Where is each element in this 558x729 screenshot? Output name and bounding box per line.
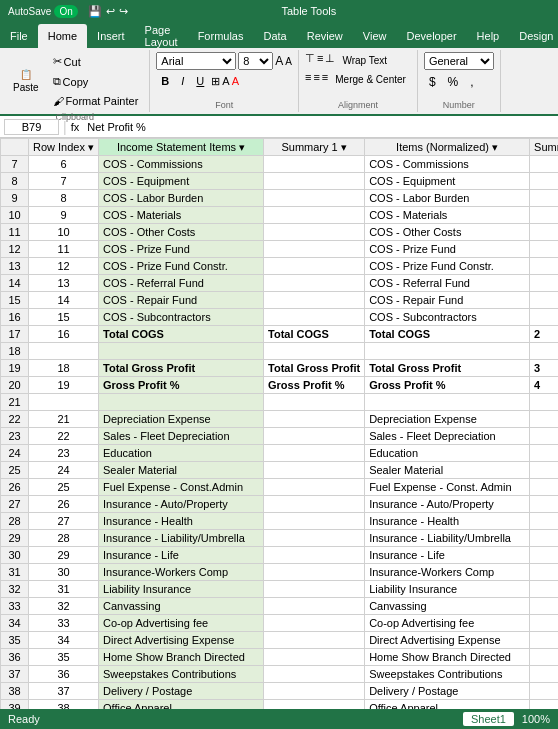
cell-normalized[interactable]: Delivery / Postage (365, 683, 530, 700)
cell-normalized[interactable]: COS - Repair Fund (365, 292, 530, 309)
cell-normalized[interactable]: COS - Equipment (365, 173, 530, 190)
tab-data[interactable]: Data (253, 24, 296, 48)
save-icon[interactable]: 💾 (88, 5, 102, 18)
cell-summary-index[interactable] (530, 547, 558, 564)
align-center-icon[interactable]: ≡ (313, 71, 319, 88)
format-painter-button[interactable]: 🖌 Format Painter (48, 92, 144, 110)
col-header-summary-index[interactable]: Summary Index ▾ (530, 139, 558, 156)
cell-row-index[interactable]: 8 (29, 190, 99, 207)
cell-summary-index[interactable] (530, 258, 558, 275)
col-header-row-index[interactable]: Row Index ▾ (29, 139, 99, 156)
cell-income-item[interactable]: COS - Prize Fund Constr. (99, 258, 264, 275)
cell-income-item[interactable]: Direct Advertising Expense (99, 632, 264, 649)
fill-color-icon[interactable]: A (222, 75, 229, 87)
tab-view[interactable]: View (353, 24, 397, 48)
cell-normalized[interactable] (365, 343, 530, 360)
cell-summary1[interactable] (264, 428, 365, 445)
cell-income-item[interactable]: COS - Commissions (99, 156, 264, 173)
cell-row-index[interactable]: 9 (29, 207, 99, 224)
cell-income-item[interactable]: Delivery / Postage (99, 683, 264, 700)
cell-normalized[interactable]: Education (365, 445, 530, 462)
cell-summary-index[interactable] (530, 683, 558, 700)
cell-row-index[interactable] (29, 394, 99, 411)
cell-normalized[interactable]: Sales - Fleet Depreciation (365, 428, 530, 445)
cell-normalized[interactable]: Total COGS (365, 326, 530, 343)
cell-summary-index[interactable] (530, 666, 558, 683)
cell-summary-index[interactable] (530, 190, 558, 207)
cell-summary1[interactable] (264, 615, 365, 632)
cell-summary1[interactable] (264, 632, 365, 649)
formula-input[interactable] (83, 120, 554, 134)
cell-summary-index[interactable]: 4 (530, 377, 558, 394)
cell-normalized[interactable]: Insurance - Liability/Umbrella (365, 530, 530, 547)
cell-income-item[interactable]: Insurance - Auto/Property (99, 496, 264, 513)
cell-income-item[interactable]: COS - Repair Fund (99, 292, 264, 309)
cell-summary1[interactable] (264, 309, 365, 326)
cell-income-item[interactable] (99, 394, 264, 411)
cell-income-item[interactable]: Depreciation Expense (99, 411, 264, 428)
col-header-normalized[interactable]: Items (Normalized) ▾ (365, 139, 530, 156)
tab-home[interactable]: Home (38, 24, 87, 48)
cell-row-index[interactable]: 37 (29, 683, 99, 700)
cell-income-item[interactable]: COS - Other Costs (99, 224, 264, 241)
cell-summary1[interactable] (264, 683, 365, 700)
col-header-income[interactable]: Income Statement Items ▾ (99, 139, 264, 156)
cell-summary1[interactable] (264, 224, 365, 241)
cell-normalized[interactable]: Liability Insurance (365, 581, 530, 598)
tab-file[interactable]: File (0, 24, 38, 48)
cell-normalized[interactable]: Insurance - Auto/Property (365, 496, 530, 513)
cell-normalized[interactable]: Depreciation Expense (365, 411, 530, 428)
cell-row-index[interactable]: 6 (29, 156, 99, 173)
cell-summary-index[interactable] (530, 513, 558, 530)
tab-review[interactable]: Review (297, 24, 353, 48)
align-left-icon[interactable]: ≡ (305, 71, 311, 88)
cell-normalized[interactable]: Office Apparel (365, 700, 530, 710)
cell-income-item[interactable] (99, 343, 264, 360)
cell-summary1[interactable] (264, 564, 365, 581)
cell-income-item[interactable]: Co-op Advertising fee (99, 615, 264, 632)
cell-row-index[interactable]: 27 (29, 513, 99, 530)
tab-page-layout[interactable]: Page Layout (135, 24, 188, 48)
percent-button[interactable]: % (443, 72, 464, 92)
cell-summary1[interactable] (264, 258, 365, 275)
border-icon[interactable]: ⊞ (211, 75, 220, 88)
cell-normalized[interactable]: Direct Advertising Expense (365, 632, 530, 649)
cell-row-index[interactable]: 32 (29, 598, 99, 615)
cell-summary-index[interactable] (530, 156, 558, 173)
cell-summary1[interactable] (264, 343, 365, 360)
underline-button[interactable]: U (191, 72, 209, 90)
cell-summary1[interactable] (264, 649, 365, 666)
cell-normalized[interactable]: Sealer Material (365, 462, 530, 479)
cell-summary-index[interactable]: 2 (530, 326, 558, 343)
cell-normalized[interactable]: COS - Materials (365, 207, 530, 224)
tab-design[interactable]: Design (509, 24, 558, 48)
cell-normalized[interactable]: Home Show Branch Directed (365, 649, 530, 666)
cell-summary1[interactable] (264, 581, 365, 598)
cell-row-index[interactable]: 34 (29, 632, 99, 649)
cell-normalized[interactable]: COS - Commissions (365, 156, 530, 173)
cell-income-item[interactable]: Fuel Expense - Const.Admin (99, 479, 264, 496)
cell-row-index[interactable] (29, 343, 99, 360)
cell-normalized[interactable]: Sweepstakes Contributions (365, 666, 530, 683)
cell-income-item[interactable]: COS - Subcontractors (99, 309, 264, 326)
cell-income-item[interactable]: COS - Materials (99, 207, 264, 224)
cell-normalized[interactable]: COS - Prize Fund (365, 241, 530, 258)
cell-row-index[interactable]: 15 (29, 309, 99, 326)
tab-formulas[interactable]: Formulas (188, 24, 254, 48)
cell-summary1[interactable] (264, 394, 365, 411)
cell-income-item[interactable]: Liability Insurance (99, 581, 264, 598)
undo-icon[interactable]: ↩ (106, 5, 115, 18)
cell-normalized[interactable]: Fuel Expense - Const. Admin (365, 479, 530, 496)
cell-normalized[interactable] (365, 394, 530, 411)
cell-summary1[interactable] (264, 190, 365, 207)
cell-summary-index[interactable] (530, 564, 558, 581)
cell-summary1[interactable]: Total Gross Profit (264, 360, 365, 377)
cell-summary-index[interactable] (530, 700, 558, 710)
cell-summary-index[interactable] (530, 224, 558, 241)
cell-income-item[interactable]: Office Apparel (99, 700, 264, 710)
comma-button[interactable]: , (465, 72, 478, 92)
merge-center-button[interactable]: Merge & Center (330, 71, 411, 88)
cell-summary1[interactable]: Total COGS (264, 326, 365, 343)
cell-summary-index[interactable] (530, 173, 558, 190)
cell-normalized[interactable]: Co-op Advertising fee (365, 615, 530, 632)
